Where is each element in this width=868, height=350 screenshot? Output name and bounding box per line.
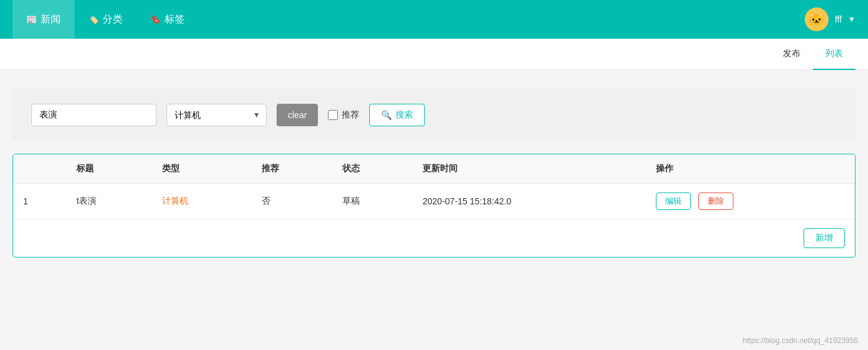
main-content: 全部 计算机 体育 娱乐 科技 ▼ clear 推荐 🔍 搜索 标题 类型 <box>0 70 868 270</box>
cell-index: 1 <box>13 184 66 219</box>
nav-label-tags: 标签 <box>165 13 185 26</box>
nav-item-news[interactable]: 📰 新闻 <box>13 0 74 39</box>
delete-button[interactable]: 删除 <box>698 192 733 210</box>
nav-item-tags[interactable]: 🔖 标签 <box>136 0 198 39</box>
footer-link: https://blog.csdn.net/qq_41923956 <box>743 336 858 345</box>
header: 📰 新闻 🏷️ 分类 🔖 标签 🐱 fff ▼ <box>0 0 868 39</box>
search-button[interactable]: 🔍 搜索 <box>369 104 425 126</box>
recommend-checkbox[interactable] <box>328 110 338 120</box>
news-icon: 📰 <box>26 14 37 24</box>
category-select-wrapper: 全部 计算机 体育 娱乐 科技 ▼ <box>166 104 267 126</box>
cell-type: 计算机 <box>152 184 252 219</box>
sub-nav-publish[interactable]: 发布 <box>770 39 813 70</box>
sub-nav-list[interactable]: 列表 <box>813 39 855 70</box>
add-button[interactable]: 新增 <box>804 228 845 248</box>
data-table: 标题 类型 推荐 状态 更新时间 操作 1 t表演 计算机 否 草稿 <box>13 154 855 219</box>
cell-title: t表演 <box>66 184 152 219</box>
cell-recommend: 否 <box>252 184 332 219</box>
main-nav: 📰 新闻 🏷️ 分类 🔖 标签 <box>13 0 198 39</box>
col-recommend: 推荐 <box>252 154 332 184</box>
recommend-label: 推荐 <box>328 109 359 121</box>
username: fff <box>835 14 842 24</box>
nav-label-news: 新闻 <box>41 13 61 26</box>
cell-update-time: 2020-07-15 15:18:42.0 <box>412 184 645 219</box>
search-input[interactable] <box>31 104 156 126</box>
clear-button[interactable]: clear <box>277 104 318 126</box>
table-row: 1 t表演 计算机 否 草稿 2020-07-15 15:18:42.0 编辑 … <box>13 184 855 219</box>
edit-button[interactable]: 编辑 <box>656 192 691 210</box>
col-actions: 操作 <box>646 154 855 184</box>
avatar: 🐱 <box>805 8 829 31</box>
user-dropdown-arrow[interactable]: ▼ <box>848 15 855 24</box>
type-link[interactable]: 计算机 <box>162 196 188 206</box>
add-row: 新增 <box>13 219 855 257</box>
sub-header: 发布 列表 <box>0 39 868 70</box>
tags-icon: 🔖 <box>150 14 161 24</box>
search-panel: 全部 计算机 体育 娱乐 科技 ▼ clear 推荐 🔍 搜索 <box>13 89 855 141</box>
cell-status: 草稿 <box>332 184 413 219</box>
cell-actions: 编辑 删除 <box>646 184 855 219</box>
recommend-text: 推荐 <box>342 109 359 121</box>
search-button-label: 搜索 <box>396 109 413 121</box>
col-index <box>13 154 66 184</box>
nav-item-category[interactable]: 🏷️ 分类 <box>74 0 136 39</box>
search-icon: 🔍 <box>381 110 392 120</box>
data-table-container: 标题 类型 推荐 状态 更新时间 操作 1 t表演 计算机 否 草稿 <box>13 154 855 258</box>
col-status: 状态 <box>332 154 413 184</box>
table-header-row: 标题 类型 推荐 状态 更新时间 操作 <box>13 154 855 184</box>
col-title: 标题 <box>66 154 152 184</box>
col-update-time: 更新时间 <box>412 154 645 184</box>
category-select[interactable]: 全部 计算机 体育 娱乐 科技 <box>166 104 267 126</box>
header-right: 🐱 fff ▼ <box>805 8 855 31</box>
col-type: 类型 <box>152 154 252 184</box>
avatar-icon: 🐱 <box>808 11 825 28</box>
category-icon: 🏷️ <box>88 14 99 24</box>
nav-label-category: 分类 <box>103 13 123 26</box>
